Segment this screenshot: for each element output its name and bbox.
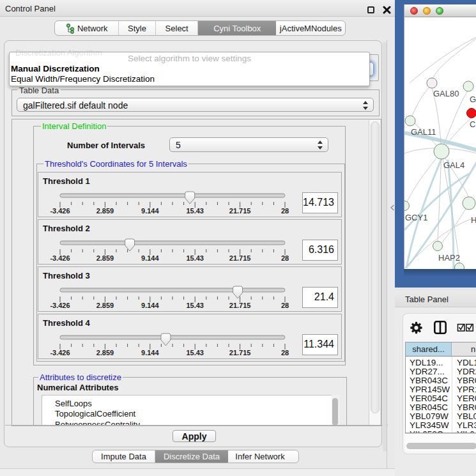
svg-text:21.715: 21.715	[229, 302, 251, 309]
svg-text:2.859: 2.859	[96, 302, 114, 309]
svg-text:-3.426: -3.426	[50, 207, 70, 215]
svg-text:28: 28	[281, 349, 289, 357]
svg-text:GAL80: GAL80	[433, 89, 459, 98]
svg-text:9.144: 9.144	[141, 254, 159, 262]
svg-text:21.715: 21.715	[229, 254, 251, 262]
svg-text:GCY1: GCY1	[405, 213, 427, 222]
svg-text:28: 28	[281, 302, 289, 309]
svg-text:C: C	[470, 119, 475, 129]
svg-text:GA: GA	[470, 95, 476, 104]
svg-text:HAP2: HAP2	[438, 253, 460, 263]
svg-text:GAL11: GAL11	[411, 127, 436, 137]
svg-text:15.43: 15.43	[186, 254, 204, 262]
svg-text:28: 28	[281, 207, 289, 215]
svg-text:H: H	[471, 215, 476, 225]
svg-text:9.144: 9.144	[141, 207, 159, 215]
svg-text:2.859: 2.859	[96, 349, 114, 357]
svg-text:15.43: 15.43	[186, 302, 204, 309]
svg-text:-3.426: -3.426	[50, 302, 70, 309]
svg-text:28: 28	[281, 254, 289, 262]
svg-text:GAL4: GAL4	[443, 160, 464, 170]
svg-text:2.859: 2.859	[96, 254, 114, 262]
svg-text:2.859: 2.859	[96, 207, 114, 215]
svg-text:15.43: 15.43	[186, 207, 204, 215]
svg-text:-3.426: -3.426	[50, 254, 70, 262]
svg-text:-3.426: -3.426	[50, 349, 70, 357]
svg-text:9.144: 9.144	[141, 302, 159, 309]
svg-text:15.43: 15.43	[186, 349, 204, 357]
svg-text:9.144: 9.144	[141, 349, 159, 357]
svg-text:21.715: 21.715	[229, 349, 251, 357]
svg-text:21.715: 21.715	[229, 207, 251, 215]
